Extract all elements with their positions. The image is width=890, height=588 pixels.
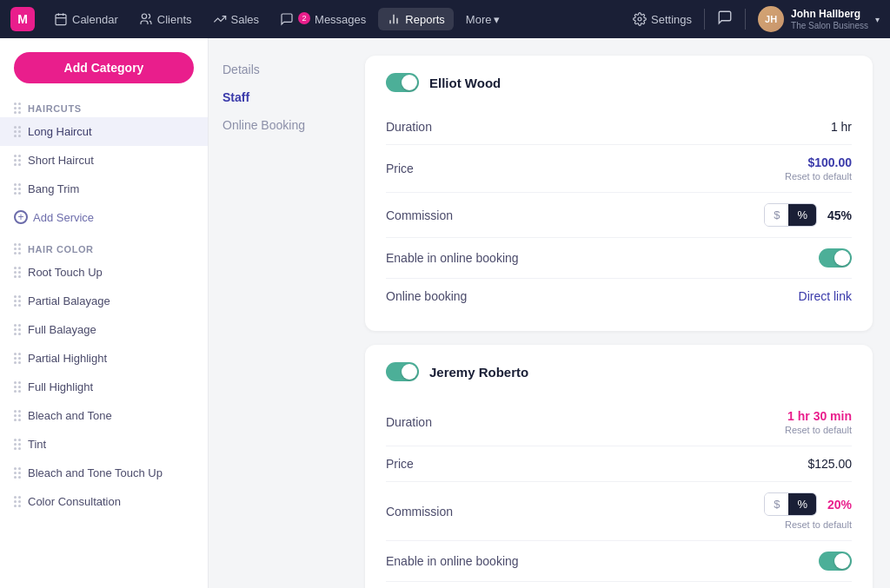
jeremy-commission-row: Commission $ % 20% Reset to default: [386, 482, 852, 541]
add-category-button[interactable]: Add Category: [14, 52, 194, 83]
drag-icon: [14, 126, 21, 137]
drag-handle-icon: [14, 102, 21, 114]
nav-messages[interactable]: 2 Messages: [271, 8, 375, 30]
sidebar-item-color-consultation[interactable]: Color Consultation: [0, 487, 208, 516]
jeremy-online-booking-toggle[interactable]: [819, 552, 852, 571]
avatar: JH: [758, 6, 784, 32]
commission-label: Commission: [386, 208, 764, 222]
elliot-commission-value: 45%: [827, 208, 852, 222]
price-label: Price: [386, 162, 785, 175]
calendar-icon: [54, 12, 68, 26]
elliot-duration-row: Duration 1 hr: [386, 109, 852, 145]
commission-percent-btn-jeremy[interactable]: %: [788, 493, 816, 515]
sidebar-item-bang-trim[interactable]: Bang Trim: [0, 175, 208, 203]
drag-icon: [14, 267, 21, 278]
sidebar-item-full-highlight[interactable]: Full Highlight: [0, 373, 208, 401]
elliot-price-reset[interactable]: Reset to default: [785, 171, 852, 182]
drag-icon: [14, 381, 21, 393]
jeremy-duration-reset[interactable]: Reset to default: [785, 425, 852, 435]
jeremy-price-value: $125.00: [807, 457, 852, 471]
commission-percent-btn-elliot[interactable]: %: [788, 204, 816, 226]
commission-dollar-btn-elliot[interactable]: $: [765, 204, 788, 226]
main-content: Elliot Wood Duration 1 hr Price $100.00 …: [348, 38, 890, 588]
jeremy-online-booking-row: Online booking Direct link: [386, 582, 852, 588]
sidebar-item-partial-balayage[interactable]: Partial Balayage: [0, 287, 208, 315]
elliot-commission-row: Commission $ % 45%: [386, 193, 852, 238]
enable-online-label-jeremy: Enable in online booking: [386, 554, 819, 568]
elliot-direct-link[interactable]: Direct link: [799, 289, 852, 303]
tab-online-booking[interactable]: Online Booking: [222, 111, 334, 139]
svg-rect-0: [56, 15, 66, 25]
plus-icon: +: [14, 210, 28, 224]
elliot-enable-online-row: Enable in online booking: [386, 238, 852, 279]
elliot-price-value: $100.00: [785, 155, 852, 169]
drag-icon: [14, 324, 21, 335]
elliot-enable-toggle[interactable]: [386, 73, 419, 92]
duration-label-jeremy: Duration: [386, 415, 785, 429]
sidebar-item-partial-highlight[interactable]: Partial Highlight: [0, 344, 208, 373]
jeremy-price-row: Price $125.00: [386, 446, 852, 482]
tab-staff[interactable]: Staff: [222, 83, 334, 111]
price-label-jeremy: Price: [386, 457, 807, 471]
nav-sales[interactable]: Sales: [204, 8, 269, 30]
user-chevron-icon: ▾: [875, 15, 880, 24]
drag-icon: [14, 183, 21, 195]
nav-settings[interactable]: Settings: [633, 12, 692, 26]
sidebar-item-short-haircut[interactable]: Short Haircut: [0, 146, 208, 175]
commission-mode-group-elliot[interactable]: $ %: [764, 203, 817, 227]
nav-clients[interactable]: Clients: [130, 8, 201, 30]
commission-label-jeremy: Commission: [386, 505, 764, 519]
sidebar: Add Category HAIRCUTS Long Haircut Short…: [0, 38, 209, 588]
elliot-duration-value: 1 hr: [831, 120, 852, 134]
staff-header-jeremy: Jeremy Roberto: [386, 362, 852, 381]
staff-card-jeremy: Jeremy Roberto Duration 1 hr 30 min Rese…: [365, 345, 873, 588]
online-booking-label: Online booking: [386, 289, 799, 303]
staff-card-elliot: Elliot Wood Duration 1 hr Price $100.00 …: [365, 56, 873, 331]
elliot-online-booking-row: Online booking Direct link: [386, 279, 852, 314]
nav-reports[interactable]: Reports: [378, 8, 454, 30]
top-right-area: Settings JH John Hallberg The Salon Busi…: [633, 6, 880, 32]
sidebar-item-bleach-and-tone[interactable]: Bleach and Tone: [0, 401, 208, 430]
staff-name-elliot: Elliot Wood: [429, 76, 501, 90]
messages-icon: [280, 12, 294, 26]
commission-dollar-btn-jeremy[interactable]: $: [765, 493, 788, 515]
reports-icon: [387, 12, 401, 26]
sidebar-item-long-haircut[interactable]: Long Haircut: [0, 117, 208, 146]
drag-icon: [14, 467, 21, 479]
divider: [704, 9, 705, 30]
drag-icon: [14, 353, 21, 364]
sidebar-item-bleach-tone-touchup[interactable]: Bleach and Tone Touch Up: [0, 459, 208, 487]
enable-online-label: Enable in online booking: [386, 251, 819, 265]
jeremy-duration-row: Duration 1 hr 30 min Reset to default: [386, 399, 852, 446]
messages-badge: 2: [298, 12, 310, 24]
user-menu[interactable]: JH John Hallberg The Salon Business ▾: [758, 6, 880, 32]
app-logo[interactable]: M: [10, 7, 35, 31]
top-navigation: M Calendar Clients Sales 2 Messages Repo…: [0, 0, 890, 38]
nav-more[interactable]: More ▾: [457, 9, 509, 30]
chevron-down-icon: ▾: [494, 13, 500, 26]
sidebar-item-tint[interactable]: Tint: [0, 430, 208, 459]
elliot-online-booking-toggle[interactable]: [819, 248, 852, 268]
add-service-button[interactable]: + Add Service: [0, 203, 208, 231]
staff-header-elliot: Elliot Wood: [386, 73, 852, 92]
sales-icon: [213, 12, 227, 26]
commission-mode-group-jeremy[interactable]: $ %: [764, 492, 817, 516]
chat-icon: [717, 10, 733, 25]
nav-calendar[interactable]: Calendar: [45, 8, 127, 30]
main-layout: Add Category HAIRCUTS Long Haircut Short…: [0, 38, 890, 588]
drag-icon: [14, 155, 21, 166]
jeremy-commission-reset[interactable]: Reset to default: [764, 519, 852, 530]
clients-icon: [139, 12, 153, 26]
duration-label: Duration: [386, 120, 831, 134]
drag-icon: [14, 439, 21, 450]
staff-name-jeremy: Jeremy Roberto: [429, 365, 528, 380]
chat-button[interactable]: [717, 10, 733, 29]
jeremy-enable-toggle[interactable]: [386, 362, 419, 381]
sidebar-item-root-touch-up[interactable]: Root Touch Up: [0, 258, 208, 287]
jeremy-enable-online-row: Enable in online booking: [386, 541, 852, 582]
drag-icon: [14, 410, 21, 421]
tab-details[interactable]: Details: [222, 56, 334, 83]
jeremy-commission-value: 20%: [827, 498, 852, 512]
elliot-price-row: Price $100.00 Reset to default: [386, 145, 852, 193]
sidebar-item-full-balayage[interactable]: Full Balayage: [0, 315, 208, 344]
